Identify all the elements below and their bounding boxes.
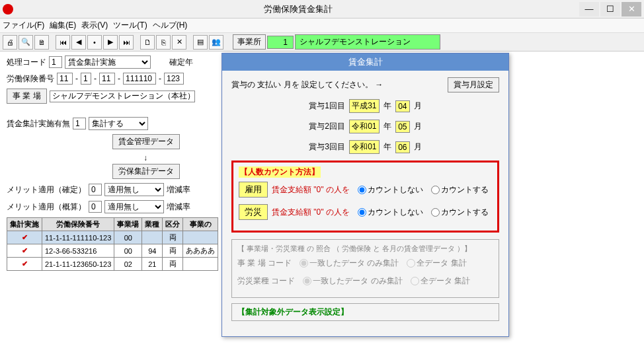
list-icon[interactable]: ▤ bbox=[193, 35, 208, 50]
table-row[interactable]: ✔11-1-11-111110-12300両 bbox=[7, 231, 218, 244]
employment-button[interactable]: 雇用 bbox=[239, 182, 268, 198]
th-name: 事業の bbox=[183, 218, 218, 231]
merit-g-label: メリット適用（概算） bbox=[7, 201, 86, 213]
menu-view[interactable]: 表示(V) bbox=[81, 20, 108, 31]
match-legend: 【 事業場・労災業種 の 照合 （ 労働保険 と 各月の賃金管理データ ）】 bbox=[237, 244, 493, 254]
emp-count-yes[interactable]: カウントする bbox=[431, 184, 489, 196]
delete-icon[interactable]: ✕ bbox=[172, 35, 186, 50]
acc-count-yes[interactable]: カウントする bbox=[431, 207, 489, 218]
wp-match-all[interactable]: 全データ 集計 bbox=[407, 258, 466, 269]
app-icon bbox=[3, 4, 13, 15]
stop-icon[interactable]: • bbox=[87, 35, 102, 50]
wp-code-label: 事 業 場 コード bbox=[237, 258, 292, 269]
mgmt-data-button[interactable]: 賃金管理データ bbox=[112, 134, 180, 149]
aggr-select[interactable]: 集計する bbox=[89, 117, 148, 130]
th-ind: 業種 bbox=[142, 218, 163, 231]
exclude-box: 【集計対象外データ表示設定】 bbox=[231, 303, 499, 321]
count-legend: 【人数カウント方法】 bbox=[239, 166, 321, 178]
bonus-row: 賞与1回目 平成31年 04月 bbox=[231, 99, 499, 113]
ins-no-1[interactable] bbox=[57, 73, 73, 85]
ind-match-only[interactable]: 一致したデータ のみ集計 bbox=[303, 275, 402, 287]
workplace-button[interactable]: 事 業 場 bbox=[7, 89, 47, 104]
aggr-flag-input[interactable] bbox=[73, 118, 86, 129]
menu-tool[interactable]: ツール(T) bbox=[113, 20, 147, 31]
print-icon[interactable]: 🖨 bbox=[3, 35, 17, 50]
bonus-month-button[interactable]: 賞与月設定 bbox=[448, 77, 499, 92]
menu-file[interactable]: ファイル(F) bbox=[3, 20, 44, 31]
aggr-data-button[interactable]: 労保集計データ bbox=[112, 164, 180, 179]
th-chk: 集計実施 bbox=[7, 218, 42, 231]
rate-label-2: 増減率 bbox=[167, 201, 190, 213]
merit-g-input[interactable] bbox=[89, 201, 102, 213]
proc-code-label: 処理コード bbox=[7, 57, 46, 68]
close-button[interactable]: ✕ bbox=[622, 2, 641, 17]
acc-zero-text: 賃金支給額 "0" の人を bbox=[272, 207, 350, 218]
count-method-box: 【人数カウント方法】 雇用 賃金支給額 "0" の人を カウントしない カウント… bbox=[231, 161, 499, 233]
prev-icon[interactable]: ◀ bbox=[71, 35, 86, 50]
bonus-row: 賞与3回目 令和01年 06月 bbox=[231, 140, 499, 154]
wp-match-only[interactable]: 一致したデータ のみ集計 bbox=[300, 258, 399, 269]
bonus-row: 賞与2回目 令和01年 05月 bbox=[231, 120, 499, 133]
table-row[interactable]: ✔12-3-66-5332160094両ああああ bbox=[7, 244, 218, 258]
merit-g-select[interactable]: 適用無し bbox=[104, 200, 164, 213]
th-cls: 区分 bbox=[163, 218, 183, 231]
insurance-no-label: 労働保険番号 bbox=[7, 73, 54, 85]
window-title: 労働保険賃金集計 bbox=[19, 3, 578, 15]
office-number[interactable]: 1 bbox=[267, 36, 294, 49]
new-icon[interactable]: 🗋 bbox=[140, 35, 155, 50]
proc-code-input[interactable] bbox=[49, 56, 62, 68]
exclude-legend: 【集計対象外データ表示設定】 bbox=[237, 307, 348, 316]
wage-aggregate-dialog: 賃金集計 賞与の 支払い 月を 設定してください。 → 賞与月設定 賞与1回目 … bbox=[221, 53, 509, 337]
dialog-title: 賃金集計 bbox=[222, 54, 508, 71]
kakutei-label: 確定年 bbox=[169, 57, 193, 68]
merit-k-select[interactable]: 適用無し bbox=[104, 183, 164, 196]
table-row[interactable]: ✔21-1-11-123650-1230221両 bbox=[7, 258, 218, 271]
aggr-flag-label: 賃金集計実施有無 bbox=[7, 118, 70, 129]
ins-no-2[interactable] bbox=[81, 73, 91, 85]
proc-select[interactable]: 賃金集計実施 bbox=[65, 55, 151, 69]
copy-icon[interactable]: ⎘ bbox=[156, 35, 171, 50]
th-no: 労働保険番号 bbox=[42, 218, 114, 231]
emp-count-no[interactable]: カウントしない bbox=[358, 184, 423, 196]
last-icon[interactable]: ⏭ bbox=[119, 35, 134, 50]
office-label: 事業所 bbox=[233, 34, 266, 50]
ind-code-label: 労災業種 コード bbox=[237, 275, 295, 287]
ins-no-3[interactable] bbox=[99, 73, 115, 85]
match-box: 【 事業場・労災業種 の 照合 （ 労働保険 と 各月の賃金管理データ ）】 事… bbox=[231, 239, 499, 298]
workplace-name[interactable] bbox=[50, 90, 195, 102]
people-icon[interactable]: 👥 bbox=[209, 35, 223, 50]
acc-count-no[interactable]: カウントしない bbox=[358, 207, 423, 218]
menu-help[interactable]: ヘルプ(H) bbox=[153, 20, 188, 31]
ins-no-4[interactable] bbox=[123, 73, 156, 85]
ins-no-5[interactable] bbox=[164, 73, 184, 85]
accident-button[interactable]: 労災 bbox=[239, 204, 268, 220]
minimize-button[interactable]: — bbox=[579, 2, 599, 17]
th-wp: 事業場 bbox=[114, 218, 142, 231]
office-name[interactable]: シャルフデモンストレーション bbox=[295, 34, 440, 50]
merit-k-label: メリット適用（確定） bbox=[7, 184, 86, 196]
emp-zero-text: 賃金支給額 "0" の人を bbox=[272, 184, 350, 196]
rate-label-1: 増減率 bbox=[167, 184, 190, 196]
arrow-down-icon: ↓ bbox=[139, 153, 152, 163]
merit-k-input[interactable] bbox=[89, 184, 102, 196]
next-icon[interactable]: ▶ bbox=[103, 35, 118, 50]
maximize-button[interactable]: ☐ bbox=[600, 2, 620, 17]
first-icon[interactable]: ⏮ bbox=[56, 35, 70, 50]
bonus-prompt: 賞与の 支払い 月を 設定してください。 → bbox=[231, 79, 383, 90]
ind-match-all[interactable]: 全データ 集計 bbox=[411, 275, 470, 287]
preview-icon[interactable]: 🔍 bbox=[19, 35, 33, 50]
menu-edit[interactable]: 編集(E) bbox=[50, 20, 76, 31]
doc-icon[interactable]: 🗎 bbox=[34, 35, 49, 50]
insurance-table: 集計実施 労働保険番号 事業場 業種 区分 事業の ✔11-1-11-11111… bbox=[7, 217, 218, 271]
